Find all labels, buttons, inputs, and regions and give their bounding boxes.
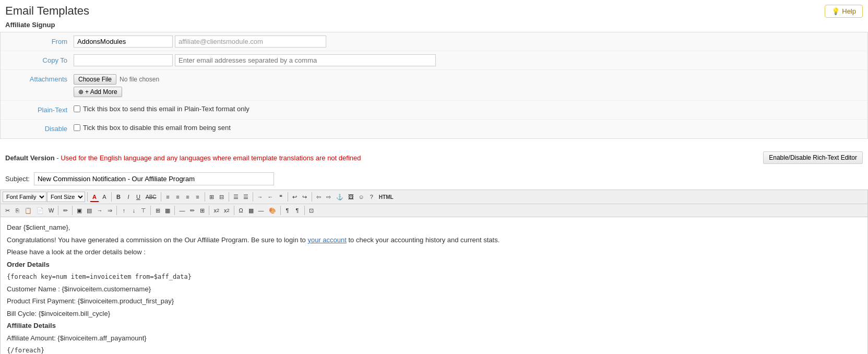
editor-customer-name: Customer Name : {$invoiceitem.customerna… [7,284,861,294]
subject-input[interactable] [34,172,274,185]
editor-bill-cycle: Bill Cycle: {$invoiceitem.bill_cycle} [7,309,861,319]
tb-sub[interactable]: x2 [211,205,221,216]
sep11 [116,206,117,215]
page-title: Email Templates [5,4,89,18]
list-ol-button[interactable]: ☰ [241,192,251,202]
disable-checkbox-label[interactable]: Tick this box to disable this email from… [74,123,231,132]
image-button[interactable]: 🖼 [346,192,356,202]
tb-misc8[interactable]: ⊡ [307,205,316,216]
copyto-right-input[interactable] [175,54,436,66]
tb-hr2[interactable]: — [256,205,266,216]
italic-button[interactable]: I [124,192,133,202]
disable-checkbox[interactable] [74,124,80,131]
help-icon: 💡 [831,7,840,15]
list-ul-button[interactable]: ☰ [231,192,241,202]
emoticon-button[interactable]: ☺ [356,192,366,202]
highlight-button[interactable]: A [100,192,109,202]
align-right-button[interactable]: ≡ [183,192,193,202]
redo-button[interactable]: ↪ [300,192,310,202]
sep7 [288,192,288,202]
align-justify-button[interactable]: ≡ [193,192,203,202]
outdent-button[interactable]: ← [266,192,276,202]
help-editor-button[interactable]: ? [367,192,376,202]
bold-button[interactable]: B [114,192,123,202]
paste-word-button[interactable]: W [46,205,56,216]
strikethrough-button[interactable]: ABC [144,192,159,202]
default-version-text: Default Version - Used for the English l… [5,154,361,162]
sep4 [205,192,205,202]
indent-button[interactable]: → [255,192,265,202]
copy-button[interactable]: ⎘ [13,205,22,216]
copyto-left-input[interactable] [74,54,173,66]
tb-table-props[interactable]: ▦ [163,205,172,216]
sep9 [58,206,58,215]
tb-misc1[interactable]: ▣ [75,205,84,216]
paste-button[interactable]: 📋 [22,205,34,216]
editor-line2: Congratulations! You have generated a co… [7,235,861,245]
default-version-bold: Default Version [5,154,55,162]
from-row: From [1,32,867,51]
tb-para1[interactable]: ¶ [283,205,292,216]
format1-button[interactable]: ⊞ [207,192,217,202]
font-family-select[interactable]: Font Family [3,192,46,202]
sep12 [150,206,151,215]
tb-sup[interactable]: x2 [222,205,232,216]
sep5 [229,192,229,202]
tb-table2[interactable]: ⊞ [197,205,207,216]
sep13 [174,206,175,215]
tb-draw[interactable]: ✏ [187,205,197,216]
sep14 [209,206,209,215]
blockquote-button[interactable]: ❝ [276,192,286,202]
tb-para2[interactable]: ¶ [293,205,302,216]
your-account-link[interactable]: your account [307,236,346,244]
tb-table-insert[interactable]: ⊞ [153,205,162,216]
from-content [74,36,862,48]
tb-misc4[interactable]: ⇒ [105,205,114,216]
plaintext-checkbox-label[interactable]: Tick this box to send this email in Plai… [74,104,249,113]
cut-button[interactable]: ✂ [3,205,12,216]
align-left-button[interactable]: ≡ [163,192,173,202]
editor-product-first: Product First Payment: {$invoiceitem.pro… [7,296,861,306]
copyto-content [74,54,862,66]
tb-misc2[interactable]: ▤ [85,205,94,216]
editor-affiliate-title: Affiliate Details [7,321,861,331]
sep17 [304,206,305,215]
from-email-input[interactable] [175,36,326,48]
tb-misc6[interactable]: ↓ [129,205,138,216]
choose-file-button[interactable]: Choose File [74,74,116,85]
attach-area: Choose File No file chosen ⊕ + Add More [74,73,159,97]
tb-film[interactable]: ▦ [246,205,256,216]
add-more-button[interactable]: ⊕ + Add More [74,87,122,97]
format2-button[interactable]: ⊟ [217,192,227,202]
tb-omega[interactable]: Ω [236,205,246,216]
enable-rte-button[interactable]: Enable/Disable Rich-Text Editor [763,151,863,164]
help-button[interactable]: 💡 Help [825,5,863,18]
section-title: Affiliate Signup [0,21,868,32]
tb-misc7[interactable]: ⊤ [139,205,148,216]
unlink-button[interactable]: ⇨ [324,192,334,202]
underline-button[interactable]: U [134,192,143,202]
tb-color2[interactable]: 🎨 [267,205,278,216]
edit-button[interactable]: ✏ [61,205,70,216]
editor-body[interactable]: Dear {$client_name}, Congratulations! Yo… [1,217,867,354]
editor-foreach-end: {/foreach} [7,345,861,354]
link-button[interactable]: ⇦ [314,192,324,202]
html-button[interactable]: HTML [377,192,396,202]
from-label: From [6,36,74,45]
tb-misc5[interactable]: ↑ [119,205,128,216]
font-size-select[interactable]: Font Size [47,192,85,202]
disable-label: Disable [6,123,74,133]
tb-hr[interactable]: — [177,205,187,216]
undo-button[interactable]: ↩ [290,192,300,202]
plaintext-checkbox[interactable] [74,105,80,112]
anchor-button[interactable]: ⚓ [334,192,346,202]
plaintext-label: Plain-Text [6,104,74,114]
copyto-label: Copy To [6,54,74,64]
font-color-button[interactable]: A [90,192,99,202]
sep6 [253,192,253,202]
tb-misc3[interactable]: → [94,205,104,216]
align-center-button[interactable]: ≡ [173,192,183,202]
paste-text-button[interactable]: 📄 [34,205,46,216]
from-name-input[interactable] [74,36,173,48]
attachments-row: Attachments Choose File No file chosen ⊕… [1,70,867,101]
